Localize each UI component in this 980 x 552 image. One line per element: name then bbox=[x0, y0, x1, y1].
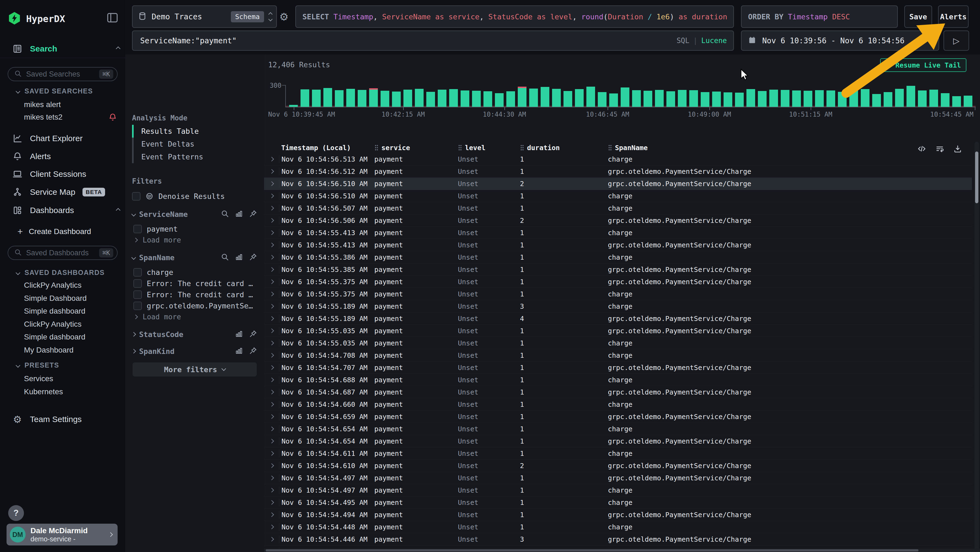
saved-searches-section[interactable]: SAVED SEARCHES bbox=[16, 87, 93, 95]
expand-row-icon[interactable] bbox=[269, 353, 274, 358]
drag-handle-icon[interactable] bbox=[520, 144, 524, 151]
expand-row-icon[interactable] bbox=[269, 439, 274, 444]
expand-row-icon[interactable] bbox=[269, 243, 274, 247]
preset-item[interactable]: Services bbox=[24, 373, 117, 385]
chart-icon[interactable] bbox=[235, 330, 243, 339]
analysis-mode-results-table[interactable]: Results Table bbox=[132, 125, 259, 137]
expand-row-icon[interactable] bbox=[269, 218, 274, 223]
expand-row-icon[interactable] bbox=[269, 329, 274, 333]
expand-row-icon[interactable] bbox=[269, 365, 274, 370]
vertical-scrollbar[interactable] bbox=[975, 142, 979, 551]
expand-row-icon[interactable] bbox=[269, 182, 274, 186]
sidebar-item-chart-explorer[interactable]: Chart Explorer bbox=[12, 131, 120, 145]
saved-dashboard-item[interactable]: Simple Dashboard bbox=[24, 292, 117, 304]
table-row[interactable]: Nov 6 10:54:56.510 AMpaymentUnset2grpc.o… bbox=[264, 178, 972, 190]
column-header-spanname[interactable]: SpanName bbox=[601, 144, 972, 152]
pin-icon[interactable] bbox=[249, 253, 257, 262]
expand-row-icon[interactable] bbox=[269, 390, 274, 394]
chart-icon[interactable] bbox=[235, 253, 243, 262]
run-query-button[interactable]: ▷ bbox=[943, 30, 969, 51]
saved-dashboard-item[interactable]: Simple dashboard bbox=[24, 331, 117, 343]
expand-row-icon[interactable] bbox=[269, 304, 274, 309]
sidebar-item-alerts[interactable]: Alerts bbox=[12, 149, 120, 163]
save-button[interactable]: Save bbox=[904, 5, 932, 28]
filter-value-row[interactable]: charge bbox=[134, 267, 259, 278]
filter-value-row[interactable]: payment bbox=[134, 223, 259, 235]
expand-row-icon[interactable] bbox=[269, 402, 274, 407]
drag-handle-icon[interactable] bbox=[458, 144, 462, 151]
filter-group-servicename[interactable]: ServiceName bbox=[132, 209, 257, 220]
schema-badge[interactable]: Schema bbox=[231, 11, 264, 22]
wrap-text-icon[interactable] bbox=[935, 144, 944, 154]
table-row[interactable]: Nov 6 10:54:54.448 AMpaymentUnset1charge bbox=[264, 521, 972, 533]
table-row[interactable]: Nov 6 10:54:56.507 AMpaymentUnset1charge bbox=[264, 202, 972, 214]
preset-item[interactable]: Kubernetes bbox=[24, 386, 117, 398]
sidebar-item-service-map[interactable]: Service Map BETA bbox=[12, 185, 120, 199]
language-toggle[interactable]: SQL | Lucene bbox=[676, 37, 727, 45]
table-row[interactable]: Nov 6 10:54:54.495 AMpaymentUnset1charge bbox=[264, 496, 972, 509]
table-row[interactable]: Nov 6 10:54:54.654 AMpaymentUnset1grpc.o… bbox=[264, 435, 972, 447]
expand-row-icon[interactable] bbox=[269, 316, 274, 321]
sql-orderby-input[interactable]: ORDER BY Timestamp DESC bbox=[741, 5, 898, 28]
table-row[interactable]: Nov 6 10:54:54.611 AMpaymentUnset1charge bbox=[264, 447, 972, 459]
expand-row-icon[interactable] bbox=[269, 378, 274, 382]
column-header-duration[interactable]: duration bbox=[513, 144, 601, 152]
load-more-button[interactable]: Load more bbox=[134, 235, 181, 246]
table-row[interactable]: Nov 6 10:54:55.375 AMpaymentUnset1grpc.o… bbox=[264, 276, 972, 288]
drag-handle-icon[interactable] bbox=[374, 144, 379, 151]
table-row[interactable]: Nov 6 10:54:54.494 AMpaymentUnset1grpc.o… bbox=[264, 509, 972, 521]
filter-value-row[interactable]: Error: The credit card … bbox=[134, 289, 259, 300]
expand-row-icon[interactable] bbox=[269, 476, 274, 480]
table-row[interactable]: Nov 6 10:54:55.189 AMpaymentUnset3charge bbox=[264, 300, 972, 313]
expand-row-icon[interactable] bbox=[269, 230, 274, 235]
checkbox[interactable] bbox=[134, 225, 142, 233]
checkbox[interactable] bbox=[134, 279, 142, 288]
table-row[interactable]: Nov 6 10:54:54.610 AMpaymentUnset2grpc.o… bbox=[264, 459, 972, 472]
column-header-timestamp-local-[interactable]: Timestamp (Local) bbox=[279, 144, 369, 152]
source-settings-gear-icon[interactable]: ⚙ bbox=[279, 11, 288, 23]
scrollbar-thumb[interactable] bbox=[266, 549, 918, 552]
analysis-mode-event-deltas[interactable]: Event Deltas bbox=[132, 137, 259, 150]
expand-row-icon[interactable] bbox=[269, 500, 274, 505]
load-more-button[interactable]: Load more bbox=[134, 311, 181, 322]
filter-group-spanname[interactable]: SpanName bbox=[132, 252, 257, 263]
create-dashboard-button[interactable]: + Create Dashboard bbox=[18, 226, 91, 237]
search-icon[interactable] bbox=[221, 253, 229, 262]
table-row[interactable]: Nov 6 10:54:55.413 AMpaymentUnset1charge bbox=[264, 227, 972, 239]
expand-row-icon[interactable] bbox=[269, 341, 274, 346]
denoise-checkbox-row[interactable]: Denoise Results bbox=[132, 192, 259, 200]
expand-row-icon[interactable] bbox=[269, 169, 274, 174]
expand-row-icon[interactable] bbox=[269, 292, 274, 297]
help-button[interactable]: ? bbox=[8, 505, 24, 521]
expand-row-icon[interactable] bbox=[269, 537, 274, 542]
pin-icon[interactable] bbox=[249, 209, 257, 219]
expand-row-icon[interactable] bbox=[269, 279, 274, 284]
expand-row-icon[interactable] bbox=[269, 255, 274, 260]
language-sql[interactable]: SQL bbox=[676, 37, 689, 45]
expand-row-icon[interactable] bbox=[269, 267, 274, 272]
more-filters-button[interactable]: More filters bbox=[132, 362, 257, 377]
saved-dashboard-item[interactable]: Simple dashboard bbox=[24, 305, 117, 317]
table-row[interactable]: Nov 6 10:54:56.506 AMpaymentUnset2grpc.o… bbox=[264, 214, 972, 227]
table-row[interactable]: Nov 6 10:54:54.687 AMpaymentUnset1grpc.o… bbox=[264, 386, 972, 398]
drag-handle-icon[interactable] bbox=[608, 144, 612, 151]
expand-row-icon[interactable] bbox=[269, 488, 274, 493]
search-query-input[interactable]: ServiceName:"payment" SQL | Lucene bbox=[132, 30, 734, 51]
sql-select-input[interactable]: SELECT Timestamp, ServiceName as service… bbox=[295, 5, 734, 28]
chart-icon[interactable] bbox=[235, 346, 243, 356]
sidebar-item-search[interactable]: Search bbox=[12, 42, 120, 56]
expand-row-icon[interactable] bbox=[269, 427, 274, 431]
table-row[interactable]: Nov 6 10:54:55.035 AMpaymentUnset1charge bbox=[264, 337, 972, 349]
download-icon[interactable] bbox=[953, 144, 962, 154]
table-row[interactable]: Nov 6 10:54:55.375 AMpaymentUnset1charge bbox=[264, 288, 972, 300]
filter-group-statuscode[interactable]: StatusCode bbox=[132, 329, 257, 340]
expand-row-icon[interactable] bbox=[269, 463, 274, 468]
table-row[interactable]: Nov 6 10:54:54.446 AMpaymentUnset3grpc.o… bbox=[264, 533, 972, 546]
analysis-mode-event-patterns[interactable]: Event Patterns bbox=[132, 150, 259, 163]
table-row[interactable]: Nov 6 10:54:54.659 AMpaymentUnset1grpc.o… bbox=[264, 411, 972, 423]
column-header-level[interactable]: level bbox=[452, 144, 513, 152]
table-row[interactable]: Nov 6 10:54:55.035 AMpaymentUnset1grpc.o… bbox=[264, 325, 972, 337]
table-row[interactable]: Nov 6 10:54:56.512 AMpaymentUnset1grpc.o… bbox=[264, 165, 972, 178]
filter-value-row[interactable]: grpc.oteldemo.PaymentSe… bbox=[134, 300, 259, 311]
pin-icon[interactable] bbox=[249, 346, 257, 356]
